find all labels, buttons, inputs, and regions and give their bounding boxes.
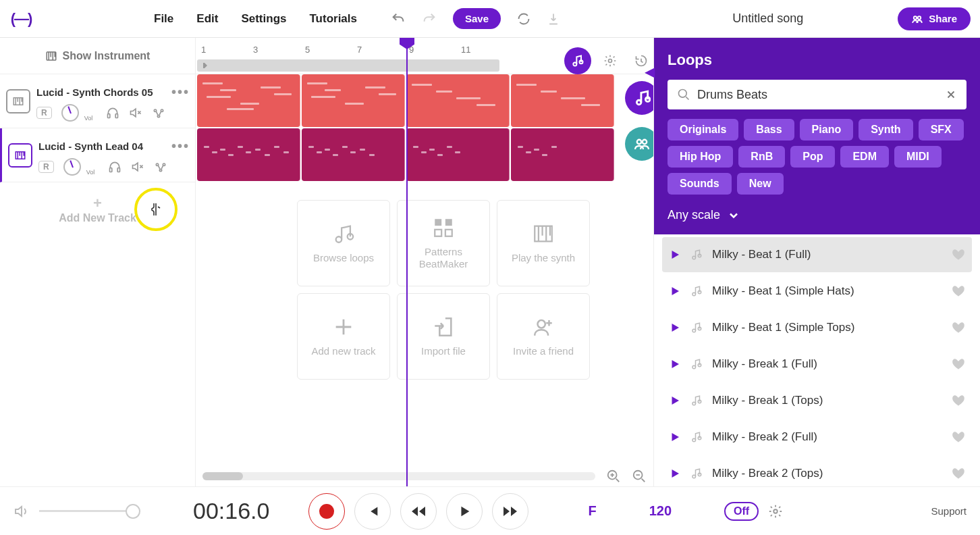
record-button[interactable] bbox=[308, 493, 345, 530]
menu-tutorials[interactable]: Tutorials bbox=[309, 12, 357, 26]
search-input[interactable] bbox=[697, 88, 938, 102]
headphones-icon[interactable] bbox=[106, 106, 119, 120]
menu-edit[interactable]: Edit bbox=[196, 12, 218, 26]
track-volume-knob[interactable] bbox=[61, 104, 79, 122]
zoom-out-icon[interactable] bbox=[632, 469, 647, 484]
favorite-icon[interactable] bbox=[952, 284, 965, 298]
rewind-button[interactable] bbox=[400, 493, 437, 530]
save-button[interactable]: Save bbox=[453, 8, 501, 29]
horizontal-scrollbar[interactable] bbox=[202, 472, 595, 480]
loop-item[interactable]: Milky - Beat 1 (Full) bbox=[662, 237, 972, 272]
import-file-tile[interactable]: Import file bbox=[397, 293, 490, 380]
mute-icon[interactable] bbox=[131, 160, 144, 174]
favorite-icon[interactable] bbox=[952, 357, 965, 371]
filter-tag[interactable]: Synth bbox=[859, 119, 913, 141]
filter-tag[interactable]: RnB bbox=[738, 146, 785, 168]
loops-panel-button[interactable] bbox=[625, 81, 653, 115]
support-link[interactable]: Support bbox=[931, 505, 967, 517]
scale-selector[interactable]: Any scale bbox=[668, 208, 967, 222]
midi-clip[interactable] bbox=[302, 128, 405, 181]
fast-forward-button[interactable] bbox=[492, 493, 528, 530]
redo-icon[interactable] bbox=[422, 11, 437, 26]
midi-clip[interactable] bbox=[406, 74, 510, 127]
mute-icon[interactable] bbox=[129, 106, 142, 120]
loop-play-icon[interactable] bbox=[669, 285, 681, 297]
track-volume-knob[interactable] bbox=[63, 158, 81, 176]
track-instrument-icon[interactable] bbox=[6, 89, 30, 113]
play-button[interactable] bbox=[446, 493, 483, 530]
filter-tag[interactable]: Bass bbox=[744, 119, 794, 141]
loop-play-icon[interactable] bbox=[669, 358, 681, 370]
loop-play-icon[interactable] bbox=[669, 322, 681, 334]
track-record-toggle[interactable]: R bbox=[36, 107, 52, 119]
loop-play-icon[interactable] bbox=[669, 467, 681, 480]
refresh-icon[interactable] bbox=[517, 12, 530, 26]
menu-settings[interactable]: Settings bbox=[241, 12, 286, 26]
favorite-icon[interactable] bbox=[952, 394, 965, 407]
midi-clip[interactable] bbox=[197, 74, 300, 127]
play-synth-tile[interactable]: Play the synth bbox=[497, 200, 590, 286]
headphones-icon[interactable] bbox=[108, 160, 121, 174]
track-record-toggle[interactable]: R bbox=[38, 161, 54, 173]
filter-tag[interactable]: MIDI bbox=[894, 146, 942, 168]
zoom-in-icon[interactable] bbox=[606, 469, 621, 484]
track-row[interactable]: Lucid - Synth Lead 04••• R Vol bbox=[0, 128, 195, 182]
filter-tag[interactable]: Hip Hop bbox=[668, 146, 733, 168]
favorite-icon[interactable] bbox=[952, 467, 965, 480]
track-more-icon[interactable]: ••• bbox=[171, 138, 190, 154]
favorite-icon[interactable] bbox=[952, 321, 965, 334]
gear-icon[interactable] bbox=[598, 49, 622, 73]
master-volume-slider[interactable] bbox=[39, 510, 134, 512]
filter-tag[interactable]: Originals bbox=[668, 119, 738, 141]
track-more-icon[interactable]: ••• bbox=[171, 84, 190, 100]
download-icon[interactable] bbox=[547, 12, 560, 26]
midi-clip[interactable] bbox=[302, 74, 405, 127]
key-display[interactable]: F bbox=[588, 503, 596, 519]
show-instrument-button[interactable]: Show Instrument bbox=[0, 38, 195, 74]
settings-gear-icon[interactable] bbox=[768, 504, 783, 519]
loop-item[interactable]: Milky - Break 2 (Full) bbox=[662, 419, 972, 455]
skip-start-button[interactable] bbox=[354, 493, 391, 530]
filter-tag[interactable]: SFX bbox=[919, 119, 964, 141]
add-new-track-button[interactable]: + Add New Track bbox=[0, 182, 195, 236]
note-editor-button[interactable] bbox=[564, 47, 591, 74]
collaborate-button[interactable] bbox=[625, 127, 653, 161]
filter-tag[interactable]: EDM bbox=[840, 146, 889, 168]
loop-play-icon[interactable] bbox=[669, 249, 681, 261]
filter-tag[interactable]: New bbox=[737, 173, 784, 195]
loop-play-icon[interactable] bbox=[669, 431, 681, 443]
app-logo[interactable]: (—) bbox=[9, 7, 32, 30]
loop-play-icon[interactable] bbox=[669, 394, 681, 407]
share-button[interactable]: Share bbox=[898, 7, 971, 30]
track-instrument-icon[interactable] bbox=[8, 143, 32, 168]
playhead[interactable] bbox=[406, 38, 408, 486]
browse-loops-tile[interactable]: Browse loops bbox=[297, 200, 390, 286]
track-row[interactable]: Lucid - Synth Chords 05••• R Vol bbox=[0, 74, 195, 128]
filter-tag[interactable]: Sounds bbox=[668, 173, 732, 195]
loop-region[interactable] bbox=[197, 59, 499, 72]
loop-item[interactable]: Milky - Break 1 (Full) bbox=[662, 347, 972, 382]
metronome-toggle[interactable]: Off bbox=[724, 502, 759, 521]
filter-tag[interactable]: Piano bbox=[800, 119, 854, 141]
history-icon[interactable] bbox=[629, 49, 653, 73]
song-title[interactable]: Untitled song bbox=[732, 11, 803, 26]
favorite-icon[interactable] bbox=[952, 430, 965, 444]
loop-item[interactable]: Milky - Beat 1 (Simple Tops) bbox=[662, 310, 972, 345]
invite-friend-tile[interactable]: Invite a friend bbox=[497, 293, 590, 380]
add-new-track-tile[interactable]: Add new track bbox=[297, 293, 390, 380]
loop-item[interactable]: Milky - Beat 1 (Simple Hats) bbox=[662, 274, 972, 309]
loop-item[interactable]: Milky - Break 2 (Tops) bbox=[662, 456, 972, 486]
favorite-icon[interactable] bbox=[952, 248, 965, 261]
undo-icon[interactable] bbox=[391, 11, 406, 26]
filter-tag[interactable]: Pop bbox=[790, 146, 835, 168]
loop-item[interactable]: Milky - Break 1 (Tops) bbox=[662, 383, 972, 418]
clear-search-icon[interactable] bbox=[945, 88, 957, 101]
menu-file[interactable]: File bbox=[154, 12, 173, 26]
search-field[interactable] bbox=[668, 80, 967, 109]
fx-icon[interactable] bbox=[152, 106, 165, 120]
bpm-display[interactable]: 120 bbox=[649, 503, 672, 519]
speaker-icon[interactable] bbox=[13, 503, 30, 519]
midi-clip[interactable] bbox=[197, 128, 300, 181]
fx-icon[interactable] bbox=[154, 160, 167, 174]
midi-clip[interactable] bbox=[406, 128, 510, 181]
